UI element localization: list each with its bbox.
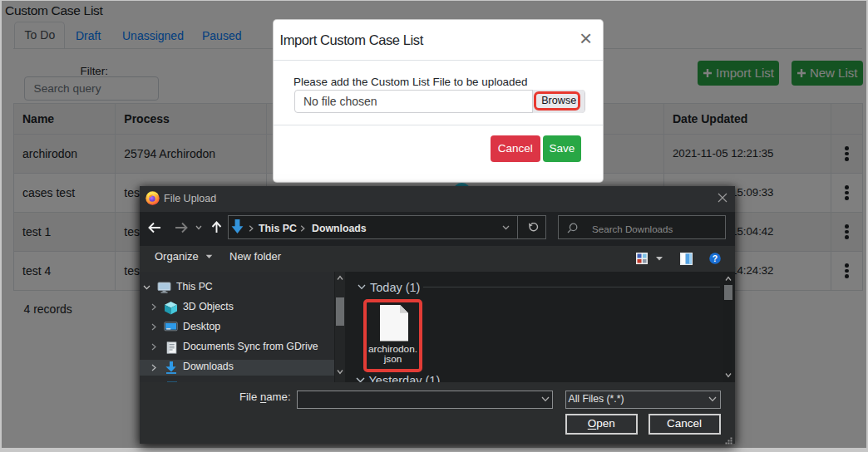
svg-text:?: ? bbox=[713, 253, 718, 263]
